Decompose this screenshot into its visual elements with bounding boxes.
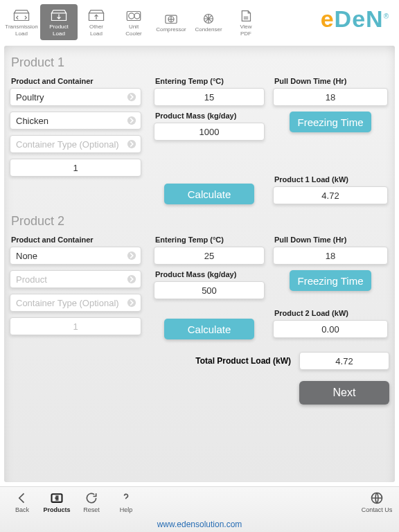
chevron-right-icon — [127, 139, 136, 149]
refresh-icon — [84, 491, 99, 505]
products-button[interactable]: Products — [40, 491, 73, 513]
total-load-label: Total Product Load (kW) — [10, 356, 299, 366]
tab-transmission-load[interactable]: TransmissionLoad — [3, 4, 40, 40]
question-icon — [118, 491, 134, 505]
p1-load-output: 4.72 — [273, 186, 388, 204]
website-link[interactable]: www.edensolution.com — [0, 520, 399, 529]
p2-container-select[interactable]: Container Type (Optional) — [10, 294, 141, 312]
svg-point-1 — [129, 13, 134, 19]
svg-point-7 — [127, 116, 136, 125]
p2-freezing-time-button[interactable]: Freezing Time — [290, 270, 371, 291]
p1-pd-label: Pull Down Time (Hr) — [274, 77, 388, 85]
p2-pm-label: Product Mass (kg/day) — [155, 270, 265, 278]
compressor-icon — [162, 12, 180, 26]
euro-note-icon — [49, 491, 64, 505]
p1-et-label: Entering Temp (°C) — [155, 77, 265, 85]
tab-view-pdf[interactable]: ViewPDF — [227, 4, 265, 40]
pdf-icon — [237, 9, 255, 23]
p1-pm-label: Product Mass (kg/day) — [155, 112, 265, 120]
p2-calculate-button[interactable]: Calculate — [164, 319, 254, 339]
p1-calculate-button[interactable]: Calculate — [164, 184, 254, 204]
bottom-bar: Back Products Reset Help Contact Us www.… — [0, 486, 399, 532]
product2-title: Product 2 — [11, 214, 389, 229]
chevron-left-icon — [15, 491, 30, 505]
tab-condenser[interactable]: Condenser — [190, 4, 227, 40]
globe-icon — [369, 491, 384, 505]
p2-product-select[interactable]: Product — [10, 270, 141, 288]
chevron-right-icon — [127, 116, 136, 125]
svg-point-11 — [127, 299, 136, 307]
p1-container-select[interactable]: Container Type (Optional) — [10, 135, 141, 153]
tab-product-load[interactable]: ProductLoad — [40, 4, 78, 40]
reset-button[interactable]: Reset — [75, 491, 108, 513]
tab-compressor[interactable]: Compressor — [152, 4, 190, 40]
help-button[interactable]: Help — [109, 491, 143, 513]
next-button[interactable]: Next — [299, 381, 389, 405]
box-up-icon — [87, 9, 105, 23]
content-panel: Product 1 Product and Container Poultry … — [4, 46, 395, 482]
p1-entering-temp-input[interactable]: 15 — [154, 88, 265, 106]
top-tabs: TransmissionLoad ProductLoad OtherLoad U… — [3, 4, 265, 40]
p1-qty-input[interactable]: 1 — [10, 159, 141, 177]
p1-pc-label: Product and Container — [11, 77, 141, 85]
p2-qty-input[interactable]: 1 — [10, 317, 141, 335]
svg-point-10 — [127, 275, 136, 283]
p1-product-select[interactable]: Chicken — [10, 112, 141, 130]
chevron-right-icon — [127, 251, 136, 260]
tab-other-load[interactable]: OtherLoad — [78, 4, 115, 40]
p2-load-output: 0.00 — [273, 320, 388, 338]
product1-title: Product 1 — [11, 55, 389, 70]
svg-point-9 — [127, 251, 136, 260]
back-button[interactable]: Back — [6, 491, 39, 513]
p1-category-select[interactable]: Poultry — [10, 88, 141, 106]
fan-unit-icon — [125, 9, 143, 23]
svg-point-2 — [134, 13, 140, 19]
chevron-right-icon — [127, 274, 136, 284]
box-arrows-icon — [12, 9, 30, 23]
p1-product-mass-input[interactable]: 1000 — [154, 123, 265, 141]
total-load-output: 4.72 — [299, 352, 389, 370]
svg-point-8 — [127, 140, 136, 148]
p2-pulldown-input[interactable]: 18 — [273, 247, 388, 265]
p2-pc-label: Product and Container — [11, 236, 141, 244]
box-down-icon — [50, 9, 68, 23]
brand-logo: eDeN® — [321, 4, 396, 33]
p2-category-select[interactable]: None — [10, 247, 141, 265]
p2-entering-temp-input[interactable]: 25 — [154, 247, 265, 265]
chevron-right-icon — [127, 298, 136, 308]
p2-load-label: Product 2 Load (kW) — [274, 309, 387, 317]
p1-freezing-time-button[interactable]: Freezing Time — [290, 112, 371, 132]
p1-load-label: Product 1 Load (kW) — [274, 175, 387, 184]
p2-et-label: Entering Temp (°C) — [155, 236, 265, 244]
condenser-icon — [200, 12, 218, 26]
tab-unit-cooler[interactable]: UnitCooler — [115, 4, 152, 40]
p1-pulldown-input[interactable]: 18 — [273, 88, 388, 106]
p2-product-mass-input[interactable]: 500 — [154, 281, 265, 299]
chevron-right-icon — [127, 92, 136, 102]
contact-us-button[interactable]: Contact Us — [360, 491, 393, 513]
svg-point-6 — [127, 93, 136, 101]
p2-pd-label: Pull Down Time (Hr) — [274, 236, 388, 244]
